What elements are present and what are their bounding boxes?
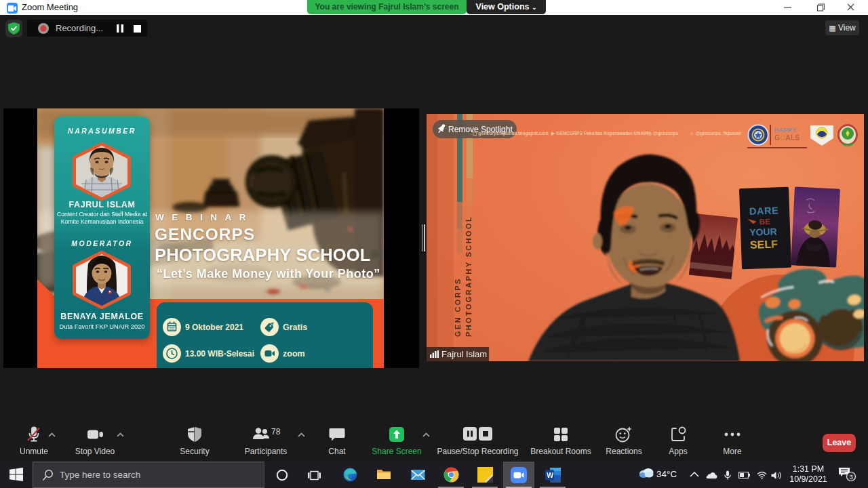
svg-text:3: 3 — [850, 474, 853, 481]
svg-text:W: W — [547, 471, 553, 479]
svg-text:YOUR: YOUR — [749, 226, 777, 237]
svg-text:SELF: SELF — [750, 238, 778, 250]
svg-text:BE: BE — [759, 218, 770, 226]
svg-text:DARE: DARE — [749, 205, 779, 216]
svg-text:78: 78 — [271, 427, 281, 436]
svg-text:HAPPY: HAPPY — [774, 126, 797, 134]
svg-text:GOALS: GOALS — [774, 134, 800, 142]
